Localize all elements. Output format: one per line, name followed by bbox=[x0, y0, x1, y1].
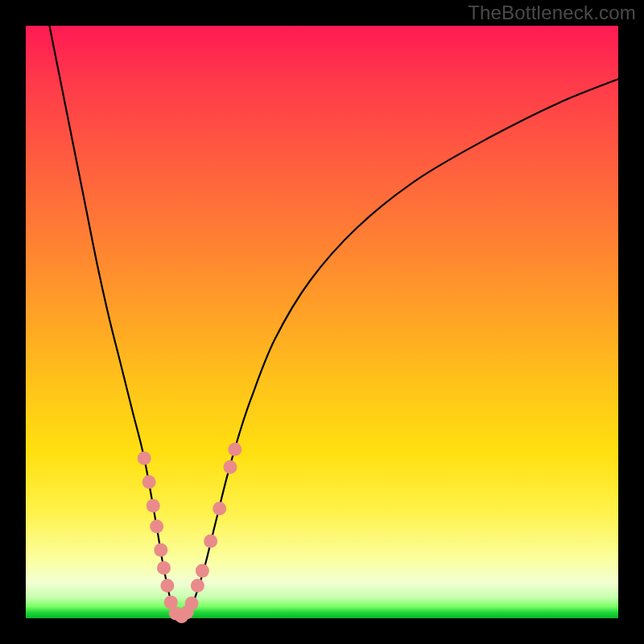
marker-dot bbox=[138, 452, 151, 465]
curve-svg bbox=[26, 26, 618, 618]
marker-dot bbox=[185, 597, 199, 610]
marker-dot bbox=[147, 499, 160, 513]
chart-frame: TheBottleneck.com bbox=[0, 0, 644, 644]
marker-dot bbox=[154, 543, 167, 557]
marker-dot bbox=[157, 561, 171, 575]
marker-dot bbox=[223, 460, 237, 474]
marker-dot bbox=[142, 475, 156, 489]
marker-dot bbox=[213, 502, 226, 515]
marker-dot bbox=[204, 535, 217, 548]
marker-dot bbox=[196, 564, 209, 578]
marker-dots bbox=[138, 443, 242, 624]
marker-dot bbox=[228, 443, 242, 456]
plot-area bbox=[26, 26, 618, 618]
marker-dot bbox=[191, 579, 204, 592]
watermark-text: TheBottleneck.com bbox=[468, 2, 636, 24]
bottleneck-curve bbox=[49, 26, 618, 618]
marker-dot bbox=[160, 579, 174, 592]
marker-dot bbox=[150, 519, 163, 533]
